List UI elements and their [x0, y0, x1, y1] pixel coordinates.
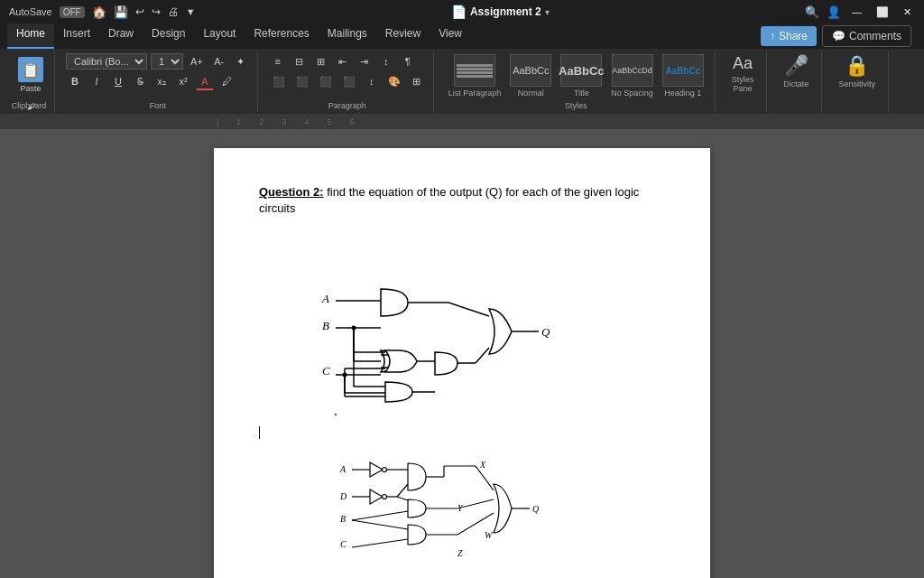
tab-insert[interactable]: Insert: [54, 23, 99, 49]
font-family-select[interactable]: Calibri (Bo...: [66, 53, 147, 70]
title-bar-left: AutoSave OFF 🏠 💾 ↩ ↪ 🖨 ▼: [9, 5, 196, 19]
document-area: Question 2: find the equation of the out…: [0, 130, 924, 578]
highlight-btn[interactable]: 🖊: [217, 72, 236, 90]
svg-line-53: [397, 484, 408, 497]
question-text: Question 2: find the equation of the out…: [259, 184, 665, 217]
word-icon: 📄: [451, 5, 467, 19]
decrease-font-btn[interactable]: A-: [210, 52, 228, 70]
svg-line-32: [448, 303, 489, 316]
autosave-status[interactable]: OFF: [60, 6, 85, 18]
svg-point-49: [383, 495, 387, 499]
decrease-indent-btn[interactable]: ⇤: [334, 52, 352, 70]
paragraph-group-label: Paragraph: [328, 101, 366, 110]
style-heading1[interactable]: AaBbCc Heading 1: [659, 52, 707, 99]
multilevel-btn[interactable]: ⊞: [312, 52, 330, 70]
justify-btn[interactable]: ⬛: [339, 72, 359, 90]
svg-marker-48: [370, 489, 383, 504]
increase-indent-btn[interactable]: ⇥: [356, 52, 374, 70]
underline-button[interactable]: U: [109, 72, 127, 90]
style-normal[interactable]: AaBbCc Normal: [506, 52, 555, 99]
svg-line-58: [397, 497, 408, 500]
style-title[interactable]: AaBbCc Title: [557, 52, 605, 99]
tab-design[interactable]: Design: [143, 23, 194, 49]
tab-draw[interactable]: Draw: [99, 23, 143, 49]
align-left-btn[interactable]: ⬛: [269, 72, 289, 90]
share-label: Share: [779, 30, 808, 42]
clear-format-btn[interactable]: ✦: [232, 52, 250, 70]
line-spacing-btn[interactable]: ↕: [363, 72, 381, 90]
sensitivity-button[interactable]: 🔒 Sensitivity: [833, 52, 881, 101]
sensitivity-label: Sensitivity: [838, 79, 875, 89]
svg-marker-44: [370, 462, 383, 477]
text-cursor: [259, 424, 665, 441]
comments-button[interactable]: 💬 Comments: [822, 25, 911, 47]
align-right-btn[interactable]: ⬛: [316, 72, 336, 90]
print-icon[interactable]: 🖨: [168, 5, 179, 18]
italic-button[interactable]: I: [88, 72, 106, 90]
svg-line-62: [352, 520, 408, 529]
tab-layout[interactable]: Layout: [194, 23, 245, 49]
borders-btn[interactable]: ⊞: [408, 72, 426, 90]
bullets-btn[interactable]: ≡: [269, 52, 287, 70]
font-color-btn[interactable]: A: [196, 72, 214, 90]
redo-icon[interactable]: ↪: [152, 5, 161, 18]
svg-text:X: X: [479, 460, 486, 470]
show-formatting-btn[interactable]: ¶: [399, 52, 417, 70]
maximize-btn[interactable]: ⬜: [873, 6, 892, 18]
paste-button[interactable]: 📋 Paste: [11, 52, 51, 98]
circuit-diagram-1: A B C: [259, 235, 665, 415]
bold-button[interactable]: B: [66, 72, 84, 90]
align-center-btn[interactable]: ⬛: [292, 72, 312, 90]
search-titlebar-icon[interactable]: 🔍: [805, 5, 819, 19]
tab-home[interactable]: Home: [7, 23, 54, 49]
home-icon: 🏠: [92, 5, 106, 19]
numbering-btn[interactable]: ⊟: [291, 52, 309, 70]
share-button[interactable]: ↑ Share: [761, 26, 817, 46]
no-spacing-label: No Spacing: [611, 89, 653, 98]
profile-icon[interactable]: 👤: [827, 5, 841, 19]
tab-review[interactable]: Review: [376, 23, 430, 49]
title-dropdown-icon[interactable]: ▾: [545, 7, 550, 17]
svg-line-59: [352, 511, 408, 520]
list-paragraph-label: List Paragraph: [448, 89, 502, 98]
svg-text:B: B: [322, 319, 329, 332]
sort-btn[interactable]: ↕: [377, 52, 395, 70]
style-no-spacing[interactable]: AaBbCcDd No Spacing: [607, 52, 657, 99]
title-label: Title: [574, 89, 589, 98]
tab-view[interactable]: View: [430, 23, 471, 49]
tab-references[interactable]: References: [245, 23, 318, 49]
subscript-btn[interactable]: x₂: [152, 72, 171, 90]
svg-line-66: [476, 466, 494, 490]
svg-text:W: W: [485, 530, 494, 540]
dictate-button[interactable]: 🎤 Dictate: [778, 52, 814, 101]
title-bar: AutoSave OFF 🏠 💾 ↩ ↪ 🖨 ▼ 📄 Assignment 2 …: [0, 0, 924, 23]
shading-btn[interactable]: 🎨: [384, 72, 404, 90]
strikethrough-btn[interactable]: S̶: [131, 72, 149, 90]
customize-icon[interactable]: ▼: [186, 6, 196, 17]
close-btn[interactable]: ✕: [900, 6, 915, 18]
svg-text:A: A: [321, 292, 329, 305]
svg-text:C: C: [340, 539, 346, 549]
document-page[interactable]: Question 2: find the equation of the out…: [214, 148, 710, 578]
tab-mailings[interactable]: Mailings: [319, 23, 376, 49]
ruler: | 1 2 3 4 5 6: [0, 114, 924, 130]
normal-label: Normal: [518, 89, 544, 98]
minimize-btn[interactable]: —: [848, 6, 865, 17]
undo-icon[interactable]: ↩: [135, 5, 144, 18]
paste-icon: 📋: [18, 57, 43, 82]
document-canvas[interactable]: Question 2: find the equation of the out…: [0, 130, 924, 578]
style-list-paragraph[interactable]: List Paragraph: [445, 52, 505, 99]
styles-pane-label: StylesPane: [732, 75, 754, 93]
increase-font-btn[interactable]: A+: [187, 52, 207, 70]
save-icon[interactable]: 💾: [114, 5, 128, 19]
svg-text:D: D: [339, 491, 347, 501]
circuit-svg-1: A B C: [309, 235, 615, 415]
font-size-select[interactable]: 12: [151, 53, 183, 70]
document-title: Assignment 2: [470, 5, 541, 18]
svg-text:Q: Q: [541, 325, 550, 339]
svg-text:Z: Z: [457, 548, 463, 558]
title-bar-right: 🔍 👤 — ⬜ ✕: [805, 5, 915, 19]
superscript-btn[interactable]: x²: [174, 72, 192, 90]
styles-pane-button[interactable]: Aa StylesPane: [726, 52, 760, 106]
paste-group-label: Clipboard: [12, 101, 47, 110]
